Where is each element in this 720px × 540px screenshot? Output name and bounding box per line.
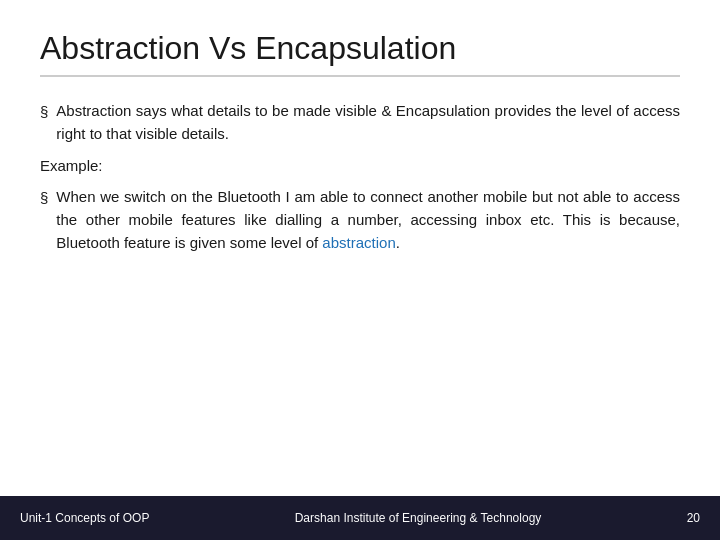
bullet-item-1: § Abstraction says what details to be ma… [40, 99, 680, 146]
bullet-text-1: Abstraction says what details to be made… [56, 99, 680, 146]
footer-center: Darshan Institute of Engineering & Techn… [295, 511, 542, 525]
slide-title: Abstraction Vs Encapsulation [40, 30, 680, 77]
bullet-text-2-after: . [396, 234, 400, 251]
bullet-text-2: When we switch on the Bluetooth I am abl… [56, 185, 680, 255]
slide-content: § Abstraction says what details to be ma… [40, 89, 680, 480]
bullet-symbol-1: § [40, 100, 48, 123]
slide-container: Abstraction Vs Encapsulation § Abstracti… [0, 0, 720, 540]
highlight-word: abstraction [322, 234, 395, 251]
example-label: Example: [40, 154, 680, 177]
bullet-item-2: § When we switch on the Bluetooth I am a… [40, 185, 680, 255]
footer-right: 20 [687, 511, 700, 525]
footer-bar: Unit-1 Concepts of OOP Darshan Institute… [0, 496, 720, 540]
bullet-symbol-2: § [40, 186, 48, 209]
footer-left: Unit-1 Concepts of OOP [20, 511, 149, 525]
